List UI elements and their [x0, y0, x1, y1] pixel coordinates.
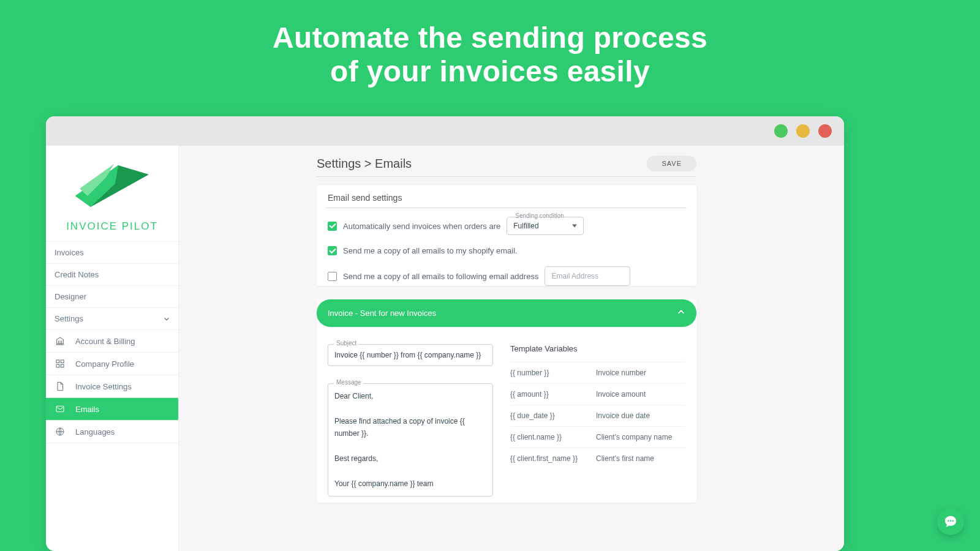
svg-rect-0 [56, 360, 59, 363]
variable-key: {{ client.first_name }} [510, 454, 596, 463]
sidebar-sub-languages[interactable]: Languages [46, 421, 178, 443]
window-dot-green [774, 124, 788, 138]
template-variable-row: {{ amount }}Invoice amount [510, 383, 685, 405]
file-icon [55, 381, 66, 391]
sidebar: INVOICE PILOT Invoices Credit Notes Desi… [46, 146, 179, 551]
save-button[interactable]: SAVE [647, 156, 696, 171]
sidebar-sub-emails[interactable]: Emails [46, 398, 178, 421]
template-variable-row: {{ client.first_name }}Client's first na… [510, 448, 685, 469]
svg-rect-3 [61, 364, 64, 367]
variable-key: {{ client.name }} [510, 433, 596, 441]
card-title: Email send settings [326, 186, 687, 208]
main-content: Settings > Emails SAVE Email send settin… [179, 146, 844, 551]
logo-icon [72, 159, 152, 214]
invoice-template-card: Invoice - Sent for new Invoices Subject … [317, 299, 696, 503]
sidebar-item-credit-notes[interactable]: Credit Notes [46, 264, 178, 286]
variable-desc: Client's company name [596, 433, 685, 441]
checkbox-copy-shopify[interactable] [328, 246, 337, 255]
variable-desc: Client's first name [596, 454, 685, 463]
hero-line-2: of your invoices easily [0, 54, 980, 88]
variable-desc: Invoice amount [596, 390, 685, 399]
template-variable-row: {{ client.name }}Client's company name [510, 426, 685, 448]
email-send-settings-card: Email send settings Automatically send i… [317, 186, 696, 286]
sidebar-sub-company-profile[interactable]: Company Profile [46, 353, 178, 375]
message-float-label: Message [334, 379, 364, 386]
sidebar-item-label: Account & Billing [75, 337, 135, 346]
sidebar-item-label: Settings [55, 314, 83, 323]
checkbox-copy-custom[interactable] [328, 272, 337, 281]
variable-desc: Invoice number [596, 369, 685, 377]
variable-key: {{ amount }} [510, 390, 596, 399]
svg-rect-1 [61, 360, 64, 363]
auto-send-label: Automatically send invoices when orders … [343, 222, 500, 231]
accordion-header[interactable]: Invoice - Sent for new Invoices [317, 299, 696, 327]
sidebar-item-label: Languages [75, 427, 115, 437]
app-window: INVOICE PILOT Invoices Credit Notes Desi… [46, 116, 844, 551]
window-dot-yellow [796, 124, 810, 138]
chat-widget-button[interactable] [937, 508, 964, 535]
globe-icon [55, 427, 66, 437]
sidebar-sub-account-billing[interactable]: Account & Billing [46, 330, 178, 353]
sidebar-item-settings[interactable]: Settings [46, 308, 178, 330]
svg-rect-4 [56, 406, 64, 411]
grid-icon [55, 359, 66, 369]
email-address-input[interactable] [545, 266, 630, 286]
template-variable-row: {{ due_date }}Invoice due date [510, 405, 685, 426]
mail-icon [55, 404, 66, 414]
chat-icon [944, 515, 957, 528]
variable-desc: Invoice due date [596, 411, 685, 420]
sidebar-item-label: Invoice Settings [75, 382, 132, 391]
template-variables-title: Template Variables [510, 344, 685, 353]
chevron-down-icon [164, 316, 170, 322]
svg-rect-2 [56, 364, 59, 367]
sidebar-item-designer[interactable]: Designer [46, 286, 178, 308]
sidebar-item-invoices[interactable]: Invoices [46, 242, 178, 264]
message-textarea[interactable]: Dear Client, Please find attached a copy… [328, 383, 493, 497]
variable-key: {{ number }} [510, 369, 596, 377]
brand-name: INVOICE PILOT [52, 220, 172, 233]
checkbox-auto-send[interactable] [328, 222, 337, 231]
window-chrome [46, 116, 844, 146]
sidebar-sub-invoice-settings[interactable]: Invoice Settings [46, 375, 178, 398]
subject-float-label: Subject [334, 340, 359, 347]
bank-icon [55, 336, 66, 346]
chevron-up-icon [677, 308, 685, 318]
hero-line-1: Automate the sending process [0, 21, 980, 54]
window-dot-red [818, 124, 832, 138]
copy-shopify-label: Send me a copy of all emails to my shopi… [343, 246, 518, 255]
breadcrumb: Settings > Emails [317, 157, 412, 171]
copy-custom-label: Send me a copy of all emails to followin… [343, 272, 538, 281]
template-variable-row: {{ number }}Invoice number [510, 362, 685, 383]
accordion-title: Invoice - Sent for new Invoices [328, 309, 436, 318]
sidebar-item-label: Emails [75, 405, 99, 414]
variable-key: {{ due_date }} [510, 411, 596, 420]
subject-input[interactable] [328, 344, 493, 366]
sidebar-item-label: Company Profile [75, 359, 134, 369]
logo: INVOICE PILOT [46, 146, 178, 242]
sending-condition-select[interactable]: Fulfilled [507, 217, 584, 235]
